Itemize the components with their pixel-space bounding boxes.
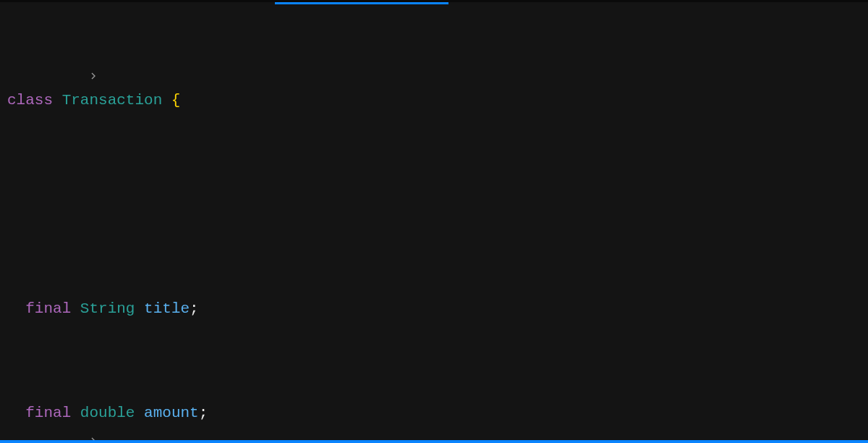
- code-line[interactable]: class Transaction {: [7, 88, 868, 114]
- code-line[interactable]: final double amount;: [7, 400, 868, 426]
- bottom-indicator: [0, 440, 868, 443]
- brace-open: {: [171, 92, 181, 109]
- active-tab-indicator: [275, 2, 448, 4]
- code-line[interactable]: final String title;: [7, 296, 868, 322]
- code-editor[interactable]: class Transaction { final String title; …: [0, 0, 868, 443]
- gutter: [0, 2, 6, 443]
- class-name: Transaction: [62, 92, 163, 109]
- code-area[interactable]: class Transaction { final String title; …: [7, 9, 868, 443]
- kw-class: class: [7, 92, 53, 109]
- code-line[interactable]: [7, 192, 868, 218]
